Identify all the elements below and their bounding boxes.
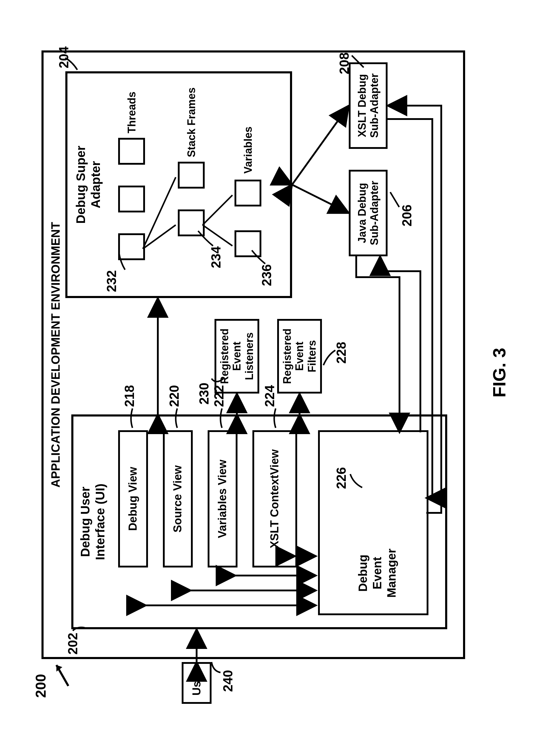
lead-234-icon [197,229,215,247]
xslt-context-view-box: XSLT Context View [253,430,297,568]
lead-236-icon [250,249,267,265]
lead-208-icon [350,54,365,69]
debug-event-manager-box: Debug Event Manager [318,430,428,615]
variables-label: Variables [242,126,255,173]
stack-frame-box-2 [178,162,205,189]
thread-box-3 [118,138,145,165]
ref-230: 230 [197,383,211,404]
ref-line1: Registered [281,328,293,384]
ref-200: 200 [33,674,49,698]
debug-view-label: Debug View [127,466,140,531]
lead-220-icon [173,407,182,429]
lead-226-icon [349,471,364,489]
xslt-context-view-label-2: View [268,449,281,475]
super-adapter-title: Debug Super Adapter [73,73,103,296]
ref-240: 240 [221,670,235,691]
ref-234: 234 [208,246,224,268]
threads-label: Threads [126,91,138,133]
ref-line3: Filters [305,340,318,372]
lead-222-icon [218,407,226,429]
debug-view-box: Debug View [118,430,148,568]
source-view-label: Source View [171,465,185,532]
ref-220: 220 [167,385,182,407]
debug-ui-box: Debug User Interface (UI) Debug View Sou… [71,414,447,629]
lead-232-icon [111,252,127,271]
source-view-box: Source View [163,430,193,568]
user-box: User [182,662,211,704]
ref-232: 232 [104,270,119,292]
registered-event-filters-box: Registered Event Filters [277,319,322,393]
debug-ui-title: Debug User Interface (UI) [78,417,108,627]
ref-206: 206 [399,204,415,226]
java-sub-line2: Sub-Adapter [368,181,381,245]
ref-208: 208 [337,52,352,74]
java-sub-line1: Java Debug [356,183,368,243]
xslt-sub-line2: Sub-Adapter [368,73,381,138]
ref-236: 236 [259,264,274,286]
env-title: APPLICATION DEVELOPMENT ENVIRONMENT [49,53,62,657]
rel-line3: Listeners [243,332,255,380]
dem-line1: Debug Event [356,554,384,591]
figure-label: FIG. 3 [489,30,509,716]
ref-202: 202 [65,633,80,654]
arrow-200-icon [54,659,71,689]
ref-line2: Event [293,341,305,370]
ui-title-line2: Interface (UI) [93,483,107,560]
xslt-context-view-label-1: XSLT Context [268,475,281,548]
stack-frames-label: Stack Frames [185,87,198,157]
ui-title-line1: Debug User [78,487,92,557]
lead-224-icon [271,407,280,429]
variables-view-box: Variables View [208,430,237,568]
debug-event-manager-label: Debug Event Manager [356,539,399,608]
variable-box-2 [234,180,261,206]
lead-230-icon [210,371,225,386]
java-debug-sub-adapter-box: Java Debug Sub-Adapter [349,170,388,256]
lead-204-icon [64,56,79,71]
ref-226: 226 [334,467,349,489]
lead-202-icon [71,619,86,632]
lead-228-icon [322,349,337,367]
lead-206-icon [389,191,401,208]
thread-box-2 [118,186,145,213]
xslt-sub-line1: XSLT Debug [356,74,368,137]
user-label: User [190,670,203,695]
ref-224: 224 [262,385,277,407]
ref-218: 218 [122,385,137,407]
lead-218-icon [128,407,137,429]
super-title-2: Adapter [89,161,103,208]
rel-line2: Event [231,341,243,370]
dem-line2: Manager [385,548,398,597]
xslt-debug-sub-adapter-box: XSLT Debug Sub-Adapter [349,62,388,149]
super-title-1: Debug Super [74,145,88,224]
diagram-container: 200 APPLICATION DEVELOPMENT ENVIRONMENT … [24,30,537,716]
variables-view-label: Variables View [216,459,229,538]
lead-240-icon [210,659,222,674]
